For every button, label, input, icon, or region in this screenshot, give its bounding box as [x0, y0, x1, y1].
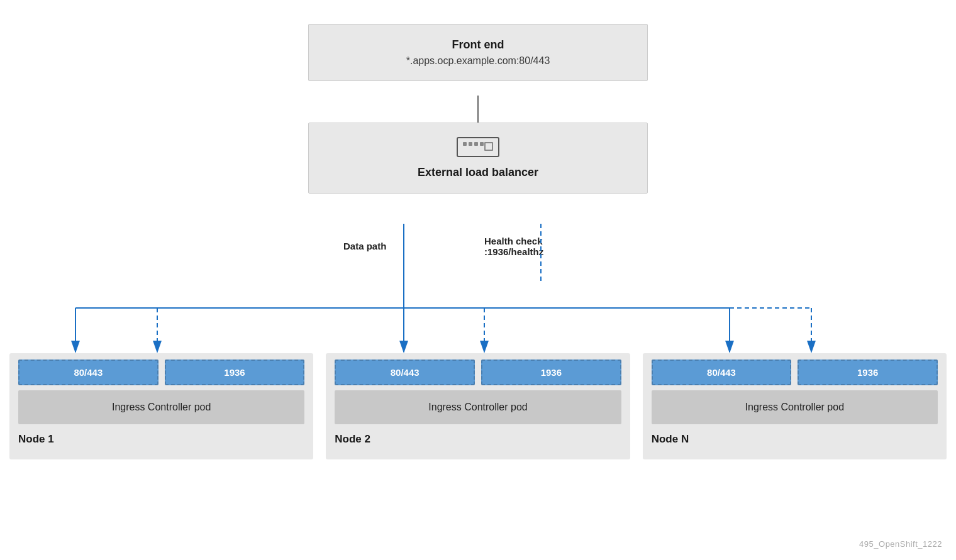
node-n-port-1936: 1936 [798, 360, 938, 385]
node-2-ports: 80/443 1936 [335, 360, 621, 385]
elb-box: External load balancer [308, 123, 648, 194]
node-2-port-80: 80/443 [335, 360, 475, 385]
frontend-subtitle: *.apps.ocp.example.com:80/443 [321, 55, 635, 67]
node-1-port-1936: 1936 [165, 360, 305, 385]
watermark: 495_OpenShift_1222 [859, 539, 942, 549]
node-1-port-80: 80/443 [18, 360, 158, 385]
server-icon [457, 137, 499, 157]
node-1-label: Node 1 [18, 433, 304, 446]
node-n-ports: 80/443 1936 [652, 360, 938, 385]
node-1-ingress-pod: Ingress Controller pod [18, 390, 304, 424]
node-n-label: Node N [652, 433, 938, 446]
node-2-ingress-pod: Ingress Controller pod [335, 390, 621, 424]
node-1-ports: 80/443 1936 [18, 360, 304, 385]
nodes-row: 80/443 1936 Ingress Controller pod Node … [9, 353, 947, 459]
node-1-box: 80/443 1936 Ingress Controller pod Node … [9, 353, 313, 459]
node-n-port-80: 80/443 [652, 360, 792, 385]
diagram-container: Front end *.apps.ocp.example.com:80/443 … [0, 0, 956, 560]
health-check-label: Health check :1936/healthz [484, 236, 543, 257]
elb-title: External load balancer [321, 166, 635, 179]
node-2-port-1936: 1936 [481, 360, 621, 385]
node-n-ingress-pod: Ingress Controller pod [652, 390, 938, 424]
diagram-arrows [0, 0, 956, 560]
node-n-box: 80/443 1936 Ingress Controller pod Node … [643, 353, 947, 459]
node-2-label: Node 2 [335, 433, 621, 446]
frontend-box: Front end *.apps.ocp.example.com:80/443 [308, 24, 648, 81]
data-path-label: Data path [343, 241, 386, 251]
node-2-box: 80/443 1936 Ingress Controller pod Node … [326, 353, 630, 459]
frontend-title: Front end [321, 38, 635, 52]
